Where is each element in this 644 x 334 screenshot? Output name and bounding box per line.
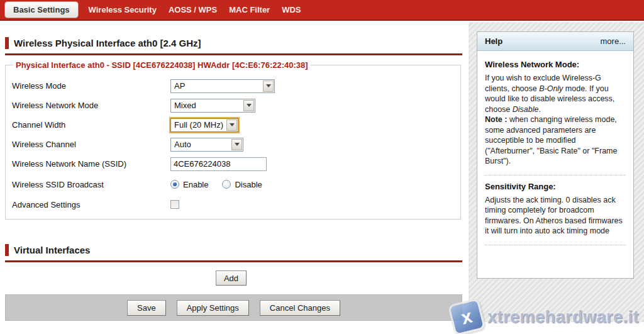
help-text-em: Disable	[513, 105, 539, 114]
help-text-em: B-Only	[539, 84, 563, 93]
chevron-down-icon	[231, 139, 242, 150]
cancel-changes-button[interactable]: Cancel Changes	[260, 300, 340, 316]
section-divider	[5, 53, 462, 55]
ssid-broadcast-row: Wireless SSID Broadcast Enable Disable	[12, 174, 460, 195]
add-button-container: Add	[0, 270, 462, 286]
wireless-mode-value: AP	[171, 81, 185, 91]
help-panel: Help more... Wireless Network Mode: If y…	[477, 31, 634, 279]
top-nav-bar: Basic Settings Wireless Security AOSS / …	[0, 0, 644, 21]
fieldset-legend: Physical Interface ath0 - SSID [4CE67622…	[13, 60, 311, 70]
channel-width-label: Channel Width	[12, 120, 170, 130]
help-topic1-heading: Wireless Network Mode:	[485, 60, 626, 69]
tab-basic-settings[interactable]: Basic Settings	[5, 2, 78, 18]
page-title: Wireless Physical Interface ath0 [2.4 GH…	[14, 38, 201, 48]
tab-mac-filter[interactable]: MAC Filter	[228, 2, 271, 18]
section-header-physical-interface: Wireless Physical Interface ath0 [2.4 GH…	[5, 37, 201, 49]
channel-width-row: Channel Width Full (20 MHz)	[12, 115, 460, 135]
wireless-network-mode-row: Wireless Network Mode Mixed	[12, 96, 460, 115]
ssid-row: Wireless Network Name (SSID)	[12, 154, 460, 174]
wireless-channel-value: Auto	[171, 140, 191, 149]
save-button[interactable]: Save	[127, 300, 166, 316]
disable-radio-label[interactable]: Disable	[235, 180, 262, 189]
channel-width-select[interactable]: Full (20 MHz)	[170, 118, 238, 132]
help-more-link[interactable]: more...	[601, 36, 626, 46]
wireless-mode-row: Wireless Mode AP	[12, 76, 460, 96]
channel-width-value: Full (20 MHz)	[171, 120, 223, 130]
tab-wireless-security[interactable]: Wireless Security	[87, 2, 158, 18]
apply-settings-button[interactable]: Apply Settings	[177, 300, 249, 316]
actions-bar: Save Apply Settings Cancel Changes	[5, 294, 462, 321]
wireless-network-mode-label: Wireless Network Mode	[12, 101, 170, 110]
watermark: x xtremehardware.it	[451, 301, 639, 333]
watermark-text: xtremehardware.it	[487, 308, 639, 327]
ssid-label: Wireless Network Name (SSID)	[12, 159, 170, 169]
help-topic1-text: If you wish to exclude Wireless-G client…	[485, 73, 626, 167]
enable-radio[interactable]	[170, 180, 179, 189]
help-panel-header: Help more...	[477, 32, 633, 51]
ssid-broadcast-radio-group: Enable Disable	[170, 180, 276, 189]
wireless-channel-label: Wireless Channel	[12, 140, 170, 149]
help-divider	[485, 175, 626, 175]
help-panel-body: Wireless Network Mode: If you wish to ex…	[477, 51, 633, 258]
x-logo-icon: x	[448, 298, 486, 334]
tab-aoss-wps[interactable]: AOSS / WPS	[167, 2, 218, 18]
chevron-down-icon	[226, 120, 237, 131]
help-title: Help	[485, 36, 502, 46]
wireless-mode-select[interactable]: AP	[170, 79, 275, 93]
wireless-mode-label: Wireless Mode	[12, 81, 170, 91]
add-button[interactable]: Add	[216, 270, 247, 286]
red-accent-bar	[5, 244, 9, 256]
help-note-label: Note :	[485, 115, 507, 124]
help-text: .	[538, 105, 540, 114]
tab-wds[interactable]: WDS	[280, 2, 302, 18]
help-topic2-text: Adjusts the ack timing. 0 disables ack t…	[485, 195, 626, 237]
ssid-input[interactable]	[170, 157, 267, 171]
help-topic2-heading: Sensitivity Range:	[485, 182, 626, 191]
wireless-network-mode-select[interactable]: Mixed	[170, 99, 255, 113]
advanced-settings-checkbox[interactable]	[170, 200, 179, 209]
chevron-down-icon	[263, 81, 274, 92]
router-config-page: Basic Settings Wireless Security AOSS / …	[0, 0, 644, 334]
help-divider	[485, 245, 626, 245]
physical-interface-fieldset: Physical Interface ath0 - SSID [4CE67622…	[5, 60, 461, 220]
chevron-down-icon	[243, 100, 254, 111]
virtual-interfaces-title: Virtual Interfaces	[14, 245, 90, 255]
enable-radio-label[interactable]: Enable	[183, 180, 208, 189]
advanced-settings-label: Advanced Settings	[12, 200, 170, 209]
wireless-channel-select[interactable]: Auto	[170, 138, 243, 152]
advanced-settings-row: Advanced Settings	[12, 195, 460, 214]
main-content: Wireless Physical Interface ath0 [2.4 GH…	[0, 22, 469, 334]
ssid-broadcast-label: Wireless SSID Broadcast	[12, 180, 170, 189]
red-accent-bar	[5, 37, 9, 49]
section-divider	[5, 260, 462, 262]
section-header-virtual-interfaces: Virtual Interfaces	[5, 244, 90, 256]
wireless-network-mode-value: Mixed	[171, 101, 196, 110]
wireless-channel-row: Wireless Channel Auto	[12, 135, 460, 154]
disable-radio[interactable]	[222, 180, 231, 189]
